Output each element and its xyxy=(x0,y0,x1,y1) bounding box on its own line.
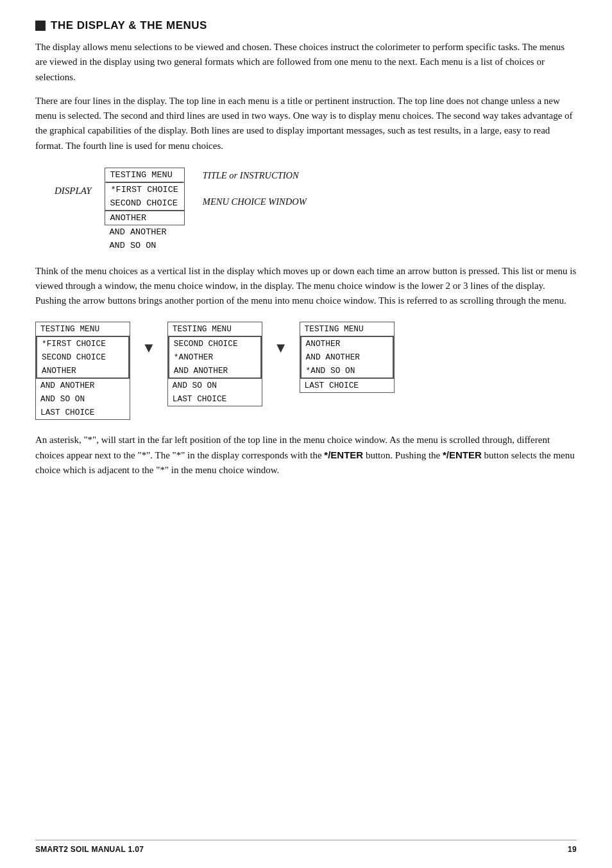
scroll-row-1-3: ANOTHER xyxy=(36,364,130,379)
diagram-row-1: *FIRST CHOICE xyxy=(105,182,184,196)
page-footer: SMART2 SOIL MANUAL 1.07 19 xyxy=(35,840,577,854)
scroll-row-3-1: ANOTHER xyxy=(300,336,394,351)
menu-box-wrap: TESTING MENU *FIRST CHOICE SECOND CHOICE… xyxy=(105,168,185,252)
bottom-paragraph: An asterisk, "*", will start in the far … xyxy=(35,433,577,478)
side-label-title: TITLE or INSTRUCTION xyxy=(203,170,307,181)
scroll-row-1-0: TESTING MENU xyxy=(36,322,130,336)
display-diagram: DISPLAY TESTING MENU *FIRST CHOICE SECON… xyxy=(55,168,577,252)
display-label: DISPLAY xyxy=(55,186,92,196)
scroll-box-1: TESTING MENU *FIRST CHOICE SECOND CHOICE… xyxy=(35,322,130,420)
arrow-1: ▼ xyxy=(142,322,156,356)
heading-icon xyxy=(35,21,46,31)
footer-left: SMART2 SOIL MANUAL 1.07 xyxy=(35,845,144,854)
diagram-row-2: SECOND CHOICE xyxy=(105,196,184,211)
paragraph-1: The display allows menu selections to be… xyxy=(35,40,577,85)
side-label-window: MENU CHOICE WINDOW xyxy=(203,196,307,207)
scroll-block-2: TESTING MENU SECOND CHOICE *ANOTHER AND … xyxy=(167,322,262,406)
diagram-row-0: TESTING MENU xyxy=(105,168,184,182)
scroll-row-2-5: LAST CHOICE xyxy=(168,392,262,406)
scroll-row-1-2: SECOND CHOICE xyxy=(36,351,130,364)
paragraph-2: There are four lines in the display. The… xyxy=(35,94,577,153)
scroll-block-3: TESTING MENU ANOTHER AND ANOTHER *AND SO… xyxy=(300,322,395,393)
scroll-row-1-6: LAST CHOICE xyxy=(36,406,130,419)
scroll-row-1-1: *FIRST CHOICE xyxy=(36,336,130,351)
heading-title: THE DISPLAY & THE MENUS xyxy=(51,19,207,32)
scroll-row-1-4: AND ANOTHER xyxy=(36,379,130,392)
scroll-row-1-5: AND SO ON xyxy=(36,392,130,406)
scroll-row-2-2: *ANOTHER xyxy=(168,351,262,364)
scroll-row-3-3: *AND SO ON xyxy=(300,364,394,379)
scroll-row-2-4: AND SO ON xyxy=(168,379,262,392)
arrow-2: ▼ xyxy=(274,322,288,356)
bottom-bold-1: */ENTER xyxy=(324,449,363,460)
scroll-row-2-0: TESTING MENU xyxy=(168,322,262,336)
bottom-text-2: button. Pushing the xyxy=(363,450,443,460)
side-labels: TITLE or INSTRUCTION MENU CHOICE WINDOW xyxy=(203,168,307,207)
scroll-row-2-3: AND ANOTHER xyxy=(168,364,262,379)
scroll-row-3-0: TESTING MENU xyxy=(300,322,394,336)
diagram-row-4: AND ANOTHER xyxy=(105,225,185,239)
scroll-row-2-1: SECOND CHOICE xyxy=(168,336,262,351)
scroll-box-2: TESTING MENU SECOND CHOICE *ANOTHER AND … xyxy=(167,322,262,406)
footer-right: 19 xyxy=(568,845,577,854)
section-heading: THE DISPLAY & THE MENUS xyxy=(35,19,577,32)
scroll-block-1: TESTING MENU *FIRST CHOICE SECOND CHOICE… xyxy=(35,322,130,420)
diagram-row-5: AND SO ON xyxy=(105,239,185,252)
diagram-row-3: ANOTHER xyxy=(105,211,184,225)
scroll-box-3: TESTING MENU ANOTHER AND ANOTHER *AND SO… xyxy=(300,322,395,393)
scroll-row-3-2: AND ANOTHER xyxy=(300,351,394,364)
diagram-box: TESTING MENU *FIRST CHOICE SECOND CHOICE… xyxy=(105,168,185,225)
scroll-paragraph: Think of the menu choices as a vertical … xyxy=(35,264,577,309)
bottom-bold-2: */ENTER xyxy=(443,449,482,460)
scroll-diagrams: TESTING MENU *FIRST CHOICE SECOND CHOICE… xyxy=(35,322,577,420)
scroll-row-3-4: LAST CHOICE xyxy=(300,379,394,392)
